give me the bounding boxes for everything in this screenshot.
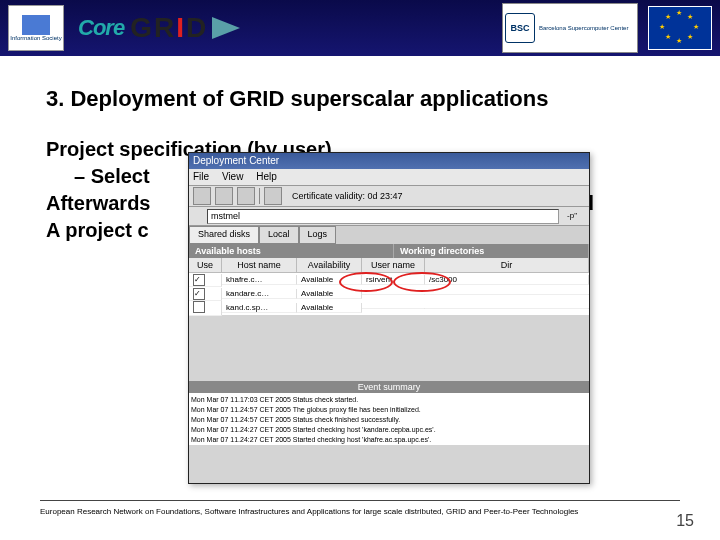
menu-file[interactable]: File [193,171,209,182]
footer: European Research Network on Foundations… [0,500,720,540]
col-use[interactable]: Use [189,258,222,273]
highlight-oval-1 [339,272,393,292]
cell-user [362,294,425,295]
menu-bar: File View Help [189,169,589,186]
cell-host: kand.c.sp… [222,303,297,313]
cell-avail: Available [297,303,362,313]
toolbar: Certificate validity: 0d 23:47 [189,186,589,207]
menu-view[interactable]: View [222,171,244,182]
cell-dir [425,294,589,295]
table-row[interactable]: kandare.c…Available [189,287,589,301]
slide-title: 3. Deployment of GRID superscalar applic… [46,86,674,112]
cell-host: kandare.c… [222,289,297,299]
available-hosts-header: Available hosts [189,244,394,258]
menu-help[interactable]: Help [256,171,277,182]
open-icon[interactable] [193,187,211,205]
triangle-icon [212,17,240,39]
hosts-grid: khafre.c…Availablersirvent/sc3000kandare… [189,273,589,315]
col-host[interactable]: Host name [222,258,297,273]
cell-dir [425,308,589,309]
eu-flag-icon: ★★ ★★ ★★ ★★ [648,6,712,50]
event-log[interactable]: Mon Mar 07 11.17:03 CET 2005 Status chec… [189,393,589,445]
tab-local[interactable]: Local [259,226,299,244]
cell-user [362,308,425,309]
col-dir[interactable]: Dir [425,258,589,273]
log-line: Mon Mar 07 11.24:27 CET 2005 Started che… [191,425,587,435]
table-row[interactable]: kand.c.sp…Available [189,301,589,315]
deployment-center-window: Deployment Center File View Help Certifi… [188,152,590,484]
bsc-logo: BSC Barcelona Supercomputer Center [502,3,638,53]
slide-body: 3. Deployment of GRID superscalar applic… [0,56,720,516]
host-input[interactable]: mstmel [207,209,559,224]
page-number: 15 [676,512,694,530]
info-society-logo: Information Society [8,5,64,51]
cert-validity: Certificate validity: 0d 23:47 [292,191,403,201]
footer-text: European Research Network on Foundations… [0,501,720,516]
log-line: Mon Mar 07 11.24:57 CET 2005 Status chec… [191,415,587,425]
connect-icon[interactable] [193,209,207,223]
log-line: Mon Mar 07 11.24:27 CET 2005 Started che… [191,435,587,445]
save-icon[interactable] [215,187,233,205]
window-titlebar[interactable]: Deployment Center [189,153,589,169]
highlight-oval-2 [393,272,451,292]
tab-shared-disks[interactable]: Shared disks [189,226,259,244]
tabs: Shared disks Local Logs [189,226,589,244]
use-checkbox[interactable] [193,301,205,313]
cell-host: khafre.c… [222,275,297,285]
use-checkbox[interactable] [193,274,205,286]
connect-row: mstmel -p" [189,207,589,226]
working-dirs-header: Working directories [394,244,589,258]
event-summary-header: Event summary [189,381,589,393]
log-line: Mon Mar 07 11.24:57 CET 2005 The globus … [191,405,587,415]
log-line: Mon Mar 07 11.17:03 CET 2005 Status chec… [191,395,587,405]
refresh-icon[interactable] [237,187,255,205]
col-user[interactable]: User name [362,258,425,273]
panel-headers: Available hosts Working directories [189,244,589,258]
info-society-caption: Information Society [10,35,61,41]
go-button[interactable]: -p" [559,209,585,223]
use-checkbox[interactable] [193,288,205,300]
coregrid-logo: Core GRID [78,12,240,44]
col-avail[interactable]: Availability [297,258,362,273]
header-bar: Information Society Core GRID BSC Barcel… [0,0,720,56]
column-headers: Use Host name Availability User name Dir [189,258,589,273]
tab-logs[interactable]: Logs [299,226,337,244]
cert-icon[interactable] [264,187,282,205]
